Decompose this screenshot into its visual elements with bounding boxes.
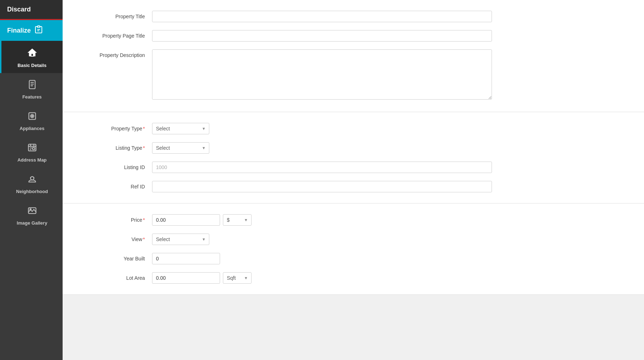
sidebar-item-appliances[interactable]: Appliances [0, 105, 63, 136]
property-type-label: Property Type* [73, 123, 152, 131]
listing-id-row: Listing ID [73, 162, 623, 173]
property-page-title-control [152, 30, 492, 42]
sidebar-item-neighborhood-label: Neighborhood [16, 189, 48, 194]
property-page-title-label: Property Page Title [73, 30, 152, 39]
ref-id-control [152, 181, 492, 192]
property-title-control [152, 11, 492, 22]
sidebar-item-features[interactable]: Features [0, 73, 63, 105]
property-title-input[interactable] [152, 11, 492, 22]
ref-id-row: Ref ID [73, 181, 623, 192]
sidebar-item-address-map-label: Address Map [18, 157, 47, 163]
price-input[interactable] [152, 214, 220, 226]
sidebar: Discard Finalize Basic Details [0, 0, 63, 360]
view-select-wrapper: Select [152, 234, 209, 245]
listing-type-label: Listing Type* [73, 142, 152, 151]
svg-point-18 [30, 177, 34, 180]
lot-area-unit-select[interactable]: Sqft Acre m² [223, 272, 252, 284]
currency-select-wrapper: $ [223, 214, 252, 226]
listing-type-select[interactable]: Select [152, 142, 209, 154]
lot-area-row: Lot Area Sqft Acre m² [73, 272, 623, 284]
features-icon [27, 80, 37, 92]
currency-select[interactable]: $ [223, 214, 252, 226]
property-title-row: Property Title [73, 11, 623, 22]
listing-type-select-wrapper: Select [152, 142, 209, 154]
property-type-row: Property Type* Select [73, 123, 623, 134]
svg-rect-17 [33, 148, 35, 150]
view-select[interactable]: Select [152, 234, 209, 245]
view-label: View* [73, 234, 152, 242]
svg-point-10 [31, 115, 33, 117]
neighborhood-icon [27, 174, 37, 187]
price-control: $ [152, 214, 492, 226]
ref-id-label: Ref ID [73, 181, 152, 189]
property-description-row: Property Description [73, 49, 623, 101]
lot-area-unit-select-wrapper: Sqft Acre m² [223, 272, 252, 284]
finalize-icon [34, 25, 43, 36]
price-label: Price* [73, 214, 152, 223]
listing-id-label: Listing ID [73, 162, 152, 170]
finalize-button[interactable]: Finalize [0, 20, 63, 41]
property-type-control: Select [152, 123, 492, 134]
sidebar-item-image-gallery-label: Image Gallery [17, 220, 47, 226]
year-built-label: Year Built [73, 253, 152, 261]
image-gallery-icon [27, 206, 37, 218]
address-map-icon [27, 143, 37, 155]
main-content: Property Title Property Page Title Prope… [63, 0, 644, 360]
year-built-input[interactable] [152, 253, 220, 264]
year-built-control [152, 253, 492, 264]
sidebar-item-neighborhood[interactable]: Neighborhood [0, 168, 63, 199]
year-built-row: Year Built [73, 253, 623, 264]
form-section-details: Price* $ View* S [63, 203, 644, 295]
listing-type-row: Listing Type* Select [73, 142, 623, 154]
price-input-group: $ [152, 214, 492, 226]
sidebar-item-appliances-label: Appliances [20, 126, 44, 131]
property-page-title-input[interactable] [152, 30, 492, 42]
sidebar-item-address-map[interactable]: Address Map [0, 136, 63, 168]
property-description-control [152, 49, 492, 101]
sidebar-item-image-gallery[interactable]: Image Gallery [0, 199, 63, 231]
sidebar-item-basic-details-label: Basic Details [18, 63, 47, 68]
ref-id-input[interactable] [152, 181, 492, 192]
lot-area-control: Sqft Acre m² [152, 272, 492, 284]
listing-id-control [152, 162, 492, 173]
home-icon [27, 47, 38, 61]
listing-id-input[interactable] [152, 162, 492, 173]
sidebar-item-basic-details[interactable]: Basic Details [0, 41, 63, 73]
discard-button[interactable]: Discard [0, 0, 63, 20]
sidebar-item-features-label: Features [22, 94, 42, 100]
price-row: Price* $ [73, 214, 623, 226]
listing-type-control: Select [152, 142, 492, 154]
property-type-select-wrapper: Select [152, 123, 209, 134]
svg-point-22 [30, 209, 31, 210]
lot-area-input-group: Sqft Acre m² [152, 272, 492, 284]
view-row: View* Select [73, 234, 623, 245]
property-description-input[interactable] [152, 49, 492, 100]
property-type-select[interactable]: Select [152, 123, 209, 134]
finalize-label: Finalize [7, 27, 31, 34]
appliances-icon [27, 111, 37, 124]
view-control: Select [152, 234, 492, 245]
form-section-types: Property Type* Select Listing Type* Sele… [63, 112, 644, 203]
lot-area-label: Lot Area [73, 272, 152, 281]
sidebar-nav: Basic Details Features [0, 41, 63, 360]
property-description-label: Property Description [73, 49, 152, 58]
property-page-title-row: Property Page Title [73, 30, 623, 42]
lot-area-input[interactable] [152, 272, 220, 284]
property-title-label: Property Title [73, 11, 152, 19]
form-section-text: Property Title Property Page Title Prope… [63, 0, 644, 112]
